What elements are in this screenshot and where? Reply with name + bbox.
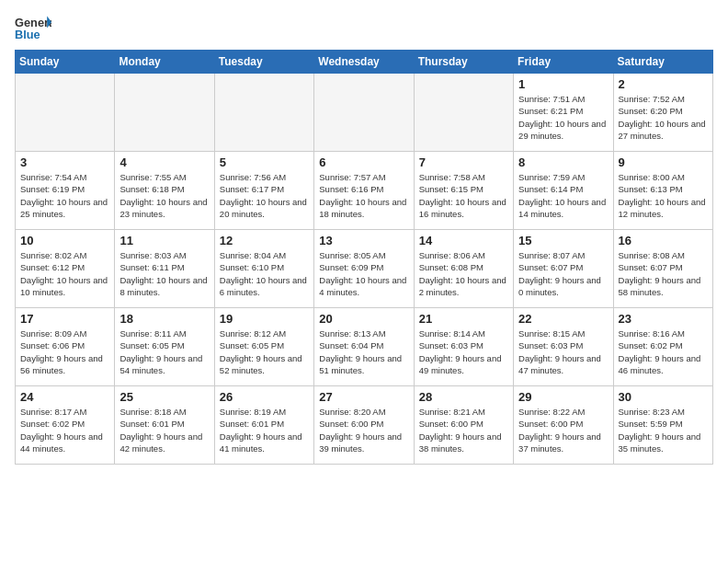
calendar-cell: 16Sunrise: 8:08 AMSunset: 6:07 PMDayligh… (613, 230, 712, 308)
week-row-5: 24Sunrise: 8:17 AMSunset: 6:02 PMDayligh… (16, 386, 713, 465)
calendar-cell (214, 74, 313, 152)
calendar-table: SundayMondayTuesdayWednesdayThursdayFrid… (15, 50, 713, 465)
day-info: Sunrise: 7:56 AMSunset: 6:17 PMDaylight:… (220, 171, 309, 220)
day-info: Sunrise: 7:54 AMSunset: 6:19 PMDaylight:… (20, 171, 109, 220)
day-number: 15 (518, 234, 608, 247)
day-info: Sunrise: 8:14 AMSunset: 6:03 PMDaylight:… (419, 327, 508, 376)
day-number: 1 (518, 77, 608, 91)
day-number: 12 (220, 234, 309, 247)
week-row-2: 3Sunrise: 7:54 AMSunset: 6:19 PMDaylight… (16, 152, 713, 230)
calendar-cell (16, 74, 115, 152)
calendar-cell: 1Sunrise: 7:51 AMSunset: 6:21 PMDaylight… (514, 74, 613, 152)
calendar-cell: 27Sunrise: 8:20 AMSunset: 6:00 PMDayligh… (314, 386, 414, 465)
calendar-cell: 23Sunrise: 8:16 AMSunset: 6:02 PMDayligh… (613, 308, 712, 386)
calendar-cell: 4Sunrise: 7:55 AMSunset: 6:18 PMDaylight… (115, 152, 214, 230)
day-info: Sunrise: 8:22 AMSunset: 6:00 PMDaylight:… (518, 406, 608, 454)
week-row-3: 10Sunrise: 8:02 AMSunset: 6:12 PMDayligh… (16, 230, 713, 308)
day-number: 27 (319, 390, 408, 404)
day-info: Sunrise: 8:16 AMSunset: 6:02 PMDaylight:… (619, 327, 708, 376)
day-info: Sunrise: 8:11 AMSunset: 6:05 PMDaylight:… (119, 327, 209, 376)
calendar-cell: 17Sunrise: 8:09 AMSunset: 6:06 PMDayligh… (16, 308, 115, 386)
day-number: 17 (20, 312, 109, 326)
logo-icon: General Blue (15, 15, 51, 40)
day-info: Sunrise: 8:18 AMSunset: 6:01 PMDaylight:… (119, 406, 209, 454)
calendar-cell (115, 74, 214, 152)
day-number: 9 (619, 155, 708, 169)
day-info: Sunrise: 8:07 AMSunset: 6:07 PMDaylight:… (518, 249, 608, 298)
day-number: 2 (619, 77, 708, 91)
calendar-cell: 10Sunrise: 8:02 AMSunset: 6:12 PMDayligh… (16, 230, 115, 308)
day-info: Sunrise: 7:52 AMSunset: 6:20 PMDaylight:… (619, 93, 708, 142)
calendar-cell: 24Sunrise: 8:17 AMSunset: 6:02 PMDayligh… (16, 386, 115, 465)
day-info: Sunrise: 7:57 AMSunset: 6:16 PMDaylight:… (319, 171, 408, 220)
calendar-cell (414, 74, 513, 152)
calendar-cell: 26Sunrise: 8:19 AMSunset: 6:01 PMDayligh… (214, 386, 313, 465)
day-info: Sunrise: 8:20 AMSunset: 6:00 PMDaylight:… (319, 406, 408, 454)
calendar-cell: 29Sunrise: 8:22 AMSunset: 6:00 PMDayligh… (514, 386, 613, 465)
week-row-4: 17Sunrise: 8:09 AMSunset: 6:06 PMDayligh… (16, 308, 713, 386)
calendar-cell: 13Sunrise: 8:05 AMSunset: 6:09 PMDayligh… (314, 230, 414, 308)
day-number: 3 (20, 155, 109, 169)
calendar-cell: 14Sunrise: 8:06 AMSunset: 6:08 PMDayligh… (414, 230, 513, 308)
calendar-cell: 3Sunrise: 7:54 AMSunset: 6:19 PMDaylight… (16, 152, 115, 230)
day-number: 23 (619, 312, 708, 326)
day-number: 5 (220, 155, 309, 169)
day-number: 28 (419, 390, 508, 404)
calendar-cell: 6Sunrise: 7:57 AMSunset: 6:16 PMDaylight… (314, 152, 414, 230)
day-number: 20 (319, 312, 408, 326)
calendar-cell: 21Sunrise: 8:14 AMSunset: 6:03 PMDayligh… (414, 308, 513, 386)
day-number: 25 (119, 390, 209, 404)
calendar-cell: 8Sunrise: 7:59 AMSunset: 6:14 PMDaylight… (514, 152, 613, 230)
day-info: Sunrise: 8:08 AMSunset: 6:07 PMDaylight:… (619, 249, 708, 298)
day-info: Sunrise: 7:59 AMSunset: 6:14 PMDaylight:… (518, 171, 608, 220)
day-number: 18 (119, 312, 209, 326)
day-number: 10 (20, 234, 109, 247)
day-info: Sunrise: 8:21 AMSunset: 6:00 PMDaylight:… (419, 406, 508, 454)
day-number: 8 (518, 155, 608, 169)
day-info: Sunrise: 7:55 AMSunset: 6:18 PMDaylight:… (119, 171, 209, 220)
svg-text:Blue: Blue (15, 28, 40, 40)
calendar-cell (314, 74, 414, 152)
weekday-header-sunday: Sunday (16, 51, 115, 74)
day-info: Sunrise: 7:58 AMSunset: 6:15 PMDaylight:… (419, 171, 508, 220)
day-number: 30 (619, 390, 708, 404)
day-info: Sunrise: 8:15 AMSunset: 6:03 PMDaylight:… (518, 327, 608, 376)
weekday-header-monday: Monday (115, 51, 214, 74)
day-info: Sunrise: 8:17 AMSunset: 6:02 PMDaylight:… (20, 406, 109, 454)
day-info: Sunrise: 8:00 AMSunset: 6:13 PMDaylight:… (619, 171, 708, 220)
weekday-header-thursday: Thursday (414, 51, 513, 74)
calendar-cell: 2Sunrise: 7:52 AMSunset: 6:20 PMDaylight… (613, 74, 712, 152)
header: General Blue (15, 15, 713, 40)
day-info: Sunrise: 8:09 AMSunset: 6:06 PMDaylight:… (20, 327, 109, 376)
week-row-1: 1Sunrise: 7:51 AMSunset: 6:21 PMDaylight… (16, 74, 713, 152)
day-number: 7 (419, 155, 508, 169)
weekday-header-friday: Friday (514, 51, 613, 74)
calendar-cell: 7Sunrise: 7:58 AMSunset: 6:15 PMDaylight… (414, 152, 513, 230)
day-number: 11 (119, 234, 209, 247)
day-number: 21 (419, 312, 508, 326)
day-number: 19 (220, 312, 309, 326)
day-number: 4 (119, 155, 209, 169)
weekday-header-saturday: Saturday (613, 51, 712, 74)
weekday-header-wednesday: Wednesday (314, 51, 414, 74)
calendar-cell: 15Sunrise: 8:07 AMSunset: 6:07 PMDayligh… (514, 230, 613, 308)
day-number: 24 (20, 390, 109, 404)
day-number: 26 (220, 390, 309, 404)
calendar-cell: 12Sunrise: 8:04 AMSunset: 6:10 PMDayligh… (214, 230, 313, 308)
day-info: Sunrise: 8:19 AMSunset: 6:01 PMDaylight:… (220, 406, 309, 454)
day-info: Sunrise: 8:23 AMSunset: 5:59 PMDaylight:… (619, 406, 708, 454)
day-info: Sunrise: 8:04 AMSunset: 6:10 PMDaylight:… (220, 249, 309, 298)
calendar-cell: 9Sunrise: 8:00 AMSunset: 6:13 PMDaylight… (613, 152, 712, 230)
day-info: Sunrise: 8:06 AMSunset: 6:08 PMDaylight:… (419, 249, 508, 298)
day-number: 29 (518, 390, 608, 404)
day-info: Sunrise: 8:02 AMSunset: 6:12 PMDaylight:… (20, 249, 109, 298)
day-info: Sunrise: 8:05 AMSunset: 6:09 PMDaylight:… (319, 249, 408, 298)
day-info: Sunrise: 8:13 AMSunset: 6:04 PMDaylight:… (319, 327, 408, 376)
calendar-cell: 11Sunrise: 8:03 AMSunset: 6:11 PMDayligh… (115, 230, 214, 308)
day-number: 13 (319, 234, 408, 247)
logo: General Blue (15, 15, 51, 40)
calendar-cell: 18Sunrise: 8:11 AMSunset: 6:05 PMDayligh… (115, 308, 214, 386)
calendar-cell: 22Sunrise: 8:15 AMSunset: 6:03 PMDayligh… (514, 308, 613, 386)
day-number: 16 (619, 234, 708, 247)
day-number: 6 (319, 155, 408, 169)
